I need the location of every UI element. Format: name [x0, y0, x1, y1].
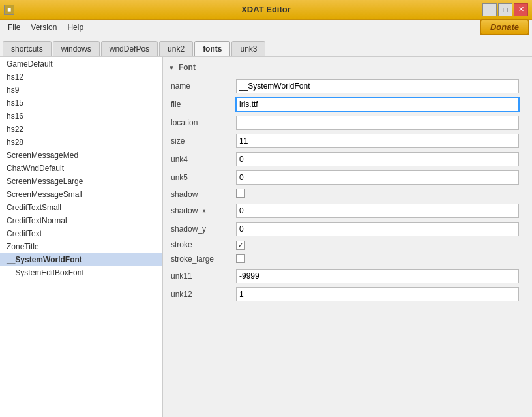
- tab-wnddefpos[interactable]: wndDefPos: [101, 41, 158, 56]
- properties-table: namefilelocationsizeunk4unk5shadowshadow…: [168, 77, 527, 303]
- menu-bar: File Version Help Donate: [0, 20, 532, 35]
- prop-label-unk12: unk12: [168, 285, 233, 303]
- menu-help[interactable]: Help: [62, 22, 89, 33]
- list-item[interactable]: ScreenMessageLarge: [0, 175, 162, 188]
- prop-row-stroke: stroke: [168, 238, 527, 252]
- prop-label-shadow_x: shadow_x: [168, 202, 233, 220]
- list-item[interactable]: CreditText: [0, 227, 162, 240]
- list-item[interactable]: CreditTextSmall: [0, 201, 162, 214]
- list-item[interactable]: ChatWndDefault: [0, 162, 162, 175]
- prop-input-shadow_x[interactable]: [236, 204, 519, 218]
- tab-unk3[interactable]: unk3: [231, 41, 265, 56]
- tabs-bar: shortcuts windows wndDefPos unk2 fonts u…: [0, 35, 532, 57]
- list-item[interactable]: hs15: [0, 97, 162, 110]
- prop-input-unk4[interactable]: [236, 152, 519, 166]
- prop-label-location: location: [168, 114, 233, 132]
- prop-row-shadow: shadow: [168, 187, 527, 202]
- tab-shortcuts[interactable]: shortcuts: [3, 41, 52, 56]
- prop-row-name: name: [168, 77, 527, 95]
- prop-input-unk12[interactable]: [236, 287, 519, 301]
- menu-version[interactable]: Version: [25, 22, 62, 33]
- app-icon: ■: [4, 5, 14, 15]
- donate-button[interactable]: Donate: [480, 19, 529, 35]
- prop-checkbox-shadow[interactable]: [236, 189, 245, 198]
- minimize-button[interactable]: −: [482, 3, 497, 16]
- prop-label-stroke: stroke: [168, 238, 233, 252]
- prop-row-stroke_large: stroke_large: [168, 252, 527, 267]
- prop-value-stroke: [233, 238, 527, 252]
- prop-label-file: file: [168, 95, 233, 114]
- properties-panel: ▼ Font namefilelocationsizeunk4unk5shado…: [163, 57, 532, 417]
- prop-row-unk5: unk5: [168, 168, 527, 187]
- tab-windows[interactable]: windows: [53, 41, 100, 56]
- prop-input-file[interactable]: [236, 97, 519, 112]
- list-item[interactable]: hs12: [0, 70, 162, 84]
- prop-value-shadow_x: [233, 202, 527, 220]
- prop-value-unk12: [233, 285, 527, 303]
- prop-label-unk4: unk4: [168, 150, 233, 168]
- prop-value-unk4: [233, 150, 527, 168]
- prop-row-shadow_x: shadow_x: [168, 202, 527, 220]
- prop-label-name: name: [168, 77, 233, 95]
- list-item[interactable]: __SystemWorldFont: [0, 253, 162, 266]
- prop-label-unk11: unk11: [168, 267, 233, 285]
- prop-row-size: size: [168, 132, 527, 150]
- prop-value-unk5: [233, 168, 527, 187]
- title-bar-controls: − □ ✕: [482, 3, 528, 16]
- prop-row-location: location: [168, 114, 527, 132]
- prop-label-size: size: [168, 132, 233, 150]
- prop-checkbox-stroke[interactable]: [236, 241, 245, 250]
- prop-row-unk11: unk11: [168, 267, 527, 285]
- prop-row-file: file: [168, 95, 527, 114]
- list-panel: GameDefaulths12hs9hs15hs16hs22hs28Screen…: [0, 57, 163, 417]
- list-item[interactable]: hs16: [0, 110, 162, 123]
- section-header: ▼ Font: [168, 63, 527, 72]
- prop-row-unk4: unk4: [168, 150, 527, 168]
- prop-label-unk5: unk5: [168, 168, 233, 187]
- prop-value-size: [233, 132, 527, 150]
- prop-row-unk12: unk12: [168, 285, 527, 303]
- tab-fonts[interactable]: fonts: [194, 41, 230, 56]
- list-item[interactable]: ZoneTitle: [0, 240, 162, 253]
- title-bar: ■ XDAT Editor − □ ✕: [0, 0, 532, 20]
- prop-checkbox-stroke_large[interactable]: [236, 254, 245, 263]
- list-item[interactable]: hs22: [0, 123, 162, 136]
- list-item[interactable]: CreditTextNormal: [0, 214, 162, 227]
- list-item[interactable]: hs9: [0, 84, 162, 97]
- window-title: XDAT Editor: [241, 5, 291, 14]
- title-bar-left: ■: [4, 5, 14, 15]
- prop-value-shadow_y: [233, 220, 527, 238]
- list-item[interactable]: GameDefault: [0, 57, 162, 70]
- prop-label-shadow: shadow: [168, 187, 233, 202]
- restore-button[interactable]: □: [498, 3, 512, 16]
- section-label: Font: [179, 63, 196, 72]
- prop-row-shadow_y: shadow_y: [168, 220, 527, 238]
- prop-input-location[interactable]: [236, 116, 519, 130]
- list-item[interactable]: ScreenMessageMed: [0, 149, 162, 162]
- prop-input-unk11[interactable]: [236, 269, 519, 283]
- prop-input-unk5[interactable]: [236, 170, 519, 185]
- prop-input-shadow_y[interactable]: [236, 222, 519, 236]
- prop-label-shadow_y: shadow_y: [168, 220, 233, 238]
- list-item[interactable]: __SystemEditBoxFont: [0, 266, 162, 279]
- prop-value-unk11: [233, 267, 527, 285]
- prop-label-stroke_large: stroke_large: [168, 252, 233, 267]
- tab-unk2[interactable]: unk2: [159, 41, 193, 56]
- prop-value-file: [233, 95, 527, 114]
- prop-value-shadow: [233, 187, 527, 202]
- prop-value-name: [233, 77, 527, 95]
- close-button[interactable]: ✕: [514, 3, 528, 16]
- list-item[interactable]: hs28: [0, 136, 162, 149]
- prop-value-location: [233, 114, 527, 132]
- menu-file[interactable]: File: [3, 22, 25, 33]
- list-item[interactable]: ScreenMessageSmall: [0, 188, 162, 201]
- prop-input-size[interactable]: [236, 134, 519, 148]
- prop-input-name[interactable]: [236, 79, 519, 93]
- prop-value-stroke_large: [233, 252, 527, 267]
- collapse-icon[interactable]: ▼: [168, 64, 175, 71]
- main-content: GameDefaulths12hs9hs15hs16hs22hs28Screen…: [0, 57, 532, 417]
